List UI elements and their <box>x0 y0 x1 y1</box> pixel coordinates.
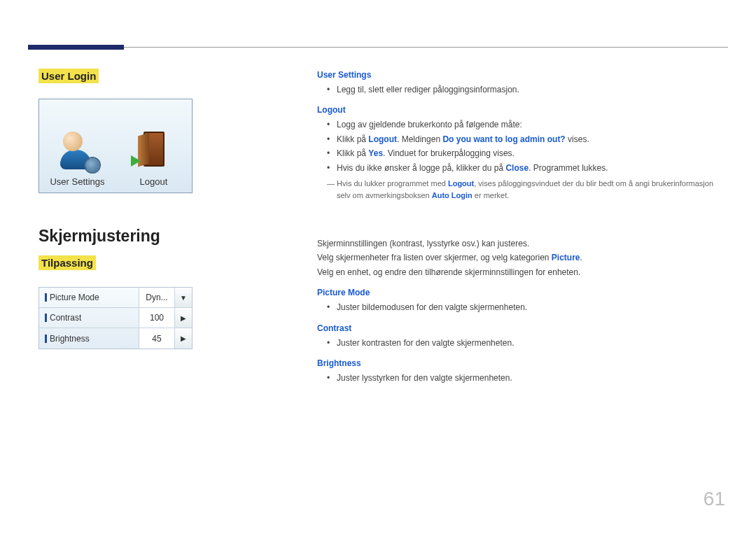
logout-label: Logout <box>140 176 168 187</box>
bullet-logout-1: Logg av gjeldende brukerkonto på følgend… <box>317 118 728 132</box>
value-brightness[interactable]: 45 <box>139 328 175 349</box>
label-contrast: Contrast <box>39 308 139 328</box>
kw-auto-login: Auto Login <box>432 191 472 199</box>
bullet-logout-2: Klikk på Logout. Meldingen Do you want t… <box>317 132 728 146</box>
right-column-skjermjustering: Skjerminnstillingen (kontrast, lysstyrke… <box>317 237 728 385</box>
header-rule-accent <box>28 45 124 50</box>
para-intro-3: Velg en enhet, og endre den tilhørende s… <box>317 265 728 279</box>
user-settings-button[interactable]: User Settings <box>39 99 115 192</box>
para-intro-2: Velg skjermenheter fra listen over skjer… <box>317 251 728 265</box>
bullet-picture-mode: Juster bildemodusen for den valgte skjer… <box>317 300 728 314</box>
logout-button[interactable]: Logout <box>115 99 192 192</box>
door-icon <box>135 132 173 169</box>
heading-user-settings: User Settings <box>317 70 728 80</box>
bullet-logout-3: Klikk på Yes. Vinduet for brukerpåloggin… <box>317 146 728 160</box>
dropdown-button-picture-mode[interactable]: ▼ <box>175 288 192 307</box>
adjustment-panel: Picture Mode Dyn... ▼ Contrast 100 ▶ Bri… <box>38 287 192 349</box>
heading-logout: Logout <box>317 105 728 115</box>
heading-brightness: Brightness <box>317 358 728 368</box>
header-rule <box>28 47 728 48</box>
left-column: User Login User Settings Logout Skjermju… <box>38 69 270 349</box>
kw-yes: Yes <box>368 148 383 158</box>
row-picture-mode: Picture Mode Dyn... ▼ <box>39 288 192 308</box>
user-login-panel: User Settings Logout <box>38 99 192 193</box>
bar-icon <box>45 314 47 322</box>
bar-icon <box>45 293 47 302</box>
label-picture-mode: Picture Mode <box>39 288 139 307</box>
kw-logout-note: Logout <box>448 179 474 188</box>
section-title-user-login: User Login <box>38 69 99 83</box>
kw-logout: Logout <box>368 134 397 144</box>
heading-contrast: Contrast <box>317 323 728 333</box>
step-button-contrast[interactable]: ▶ <box>175 308 192 328</box>
kw-picture: Picture <box>552 253 580 262</box>
para-intro-1: Skjerminnstillingen (kontrast, lysstyrke… <box>317 237 728 251</box>
section-title-tilpassing: Tilpassing <box>38 255 96 270</box>
row-brightness: Brightness 45 ▶ <box>39 328 192 349</box>
step-button-brightness[interactable]: ▶ <box>175 328 192 349</box>
right-column-user-login: User Settings Legg til, slett eller redi… <box>317 70 728 202</box>
value-picture-mode[interactable]: Dyn... <box>139 288 175 307</box>
bar-icon <box>45 335 47 343</box>
bullet-brightness: Juster lysstyrken for den valgte skjerme… <box>317 371 728 385</box>
value-contrast[interactable]: 100 <box>139 308 175 328</box>
row-contrast: Contrast 100 ▶ <box>39 308 192 328</box>
page-number: 61 <box>704 488 725 510</box>
bullet-logout-4: Hvis du ikke ønsker å logge på, klikker … <box>317 161 728 175</box>
bullet-contrast: Juster kontrasten for den valgte skjerme… <box>317 336 728 350</box>
dash-icon: ― <box>327 178 335 190</box>
label-brightness: Brightness <box>39 328 139 349</box>
user-icon <box>59 132 97 169</box>
kw-close: Close <box>505 163 528 173</box>
user-settings-label: User Settings <box>50 176 104 187</box>
heading-picture-mode: Picture Mode <box>317 288 728 297</box>
bullet-user-settings: Legg til, slett eller rediger påloggings… <box>317 83 728 97</box>
note-logout: ― Hvis du lukker programmet med Logout, … <box>317 178 728 202</box>
kw-confirm-message: Do you want to log admin out? <box>442 134 565 144</box>
heading-skjermjustering: Skjermjustering <box>38 227 270 246</box>
